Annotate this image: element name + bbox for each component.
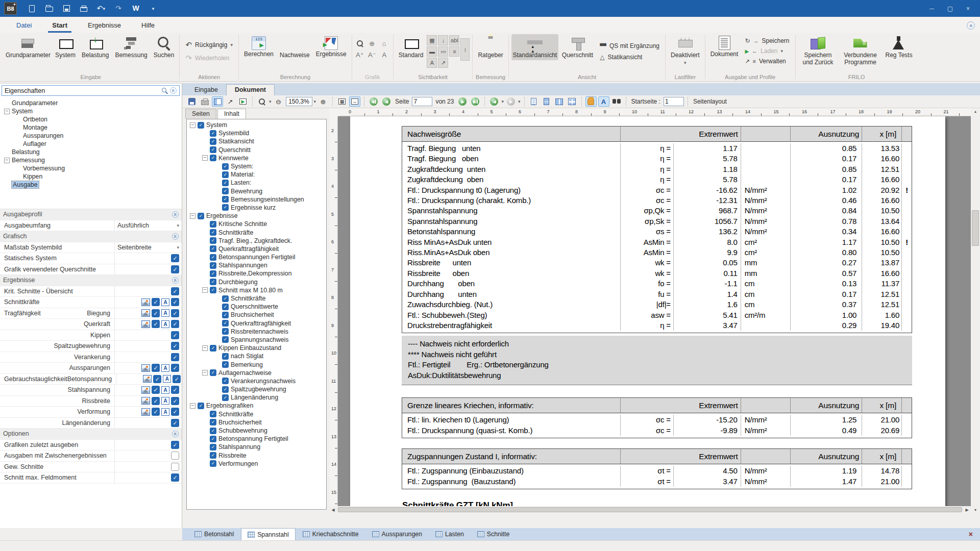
search-icon[interactable]	[162, 88, 168, 94]
two-page-layout-button[interactable]	[554, 96, 565, 107]
toggle-loads-icon[interactable]: ↓	[438, 35, 448, 45]
start-page-input[interactable]	[664, 97, 684, 106]
tree-expander-icon[interactable]: −	[190, 213, 195, 219]
checkbox[interactable]: ✓	[171, 441, 179, 449]
checkbox[interactable]: ✓	[171, 309, 179, 317]
fit-width-button[interactable]: ↔	[349, 96, 360, 107]
grundparameter-button[interactable]: Grundparameter	[5, 34, 52, 60]
content-tree-item[interactable]: ✓Rissbreite	[187, 452, 326, 460]
undo-button[interactable]: ↶▾	[95, 4, 107, 14]
berechnen-button[interactable]: Berechnen	[241, 34, 276, 59]
maximize-button[interactable]: ▢	[947, 5, 953, 12]
tree-checkbox[interactable]: ✓	[222, 204, 229, 211]
dropdown-value[interactable]: Seitenbreite	[117, 244, 152, 251]
tree-expander-icon[interactable]: −	[4, 158, 10, 163]
content-tree-item[interactable]: ✓Schnittkräfte	[187, 294, 326, 303]
checkbox[interactable]: ✓	[171, 397, 179, 405]
checkbox[interactable]	[171, 463, 179, 471]
checkbox[interactable]: ✓	[171, 331, 179, 339]
print-button[interactable]	[78, 4, 89, 14]
minimize-button[interactable]: ─	[929, 5, 934, 12]
lastfilter-deaktiviert-button[interactable]: Deaktiviert▾	[668, 34, 702, 66]
home-view-icon[interactable]: ⌂	[379, 38, 389, 48]
tree-expander-icon[interactable]: −	[202, 370, 208, 375]
checkbox[interactable]: ✓	[152, 408, 160, 416]
content-tree-item[interactable]: ✓Bemessungseinstellungen	[187, 195, 326, 204]
section-header[interactable]: Ausgabeprofil«	[0, 209, 182, 220]
graphic-output-icon[interactable]	[143, 375, 152, 383]
font-reset-icon[interactable]: A	[379, 49, 389, 60]
tree-checkbox[interactable]: ✓	[210, 369, 216, 376]
toggle-text-icon[interactable]: ≡	[449, 46, 459, 57]
fit-page-button[interactable]: ▦	[336, 96, 348, 107]
tree-checkbox[interactable]: ✓	[210, 245, 216, 252]
content-tree-item[interactable]: ✓Schubbewehrung	[187, 427, 326, 435]
dimension-chain-icon[interactable]: ↕	[460, 38, 470, 61]
tab-eingabe[interactable]: Eingabe	[186, 85, 226, 95]
close-tabstrip-icon[interactable]: ×	[969, 530, 973, 538]
section-header[interactable]: Ergebnisse«	[0, 275, 182, 286]
bottom-tab-schnitte[interactable]: Schnitte	[471, 528, 516, 540]
chevron-down-icon[interactable]: ▾	[518, 99, 521, 104]
dokument-button[interactable]: Dokument	[708, 34, 741, 59]
tree-checkbox[interactable]: ✓	[210, 460, 216, 467]
next-page-button[interactable]: ▶	[457, 96, 468, 107]
bottom-tab-kriechabschnitte[interactable]: Kriechabschnitte	[297, 528, 365, 540]
content-tree-item[interactable]: −✓Kennwerte	[187, 154, 326, 162]
tree-checkbox[interactable]: ✓	[210, 287, 216, 293]
tree-expander-icon[interactable]: −	[190, 403, 195, 409]
tree-checkbox[interactable]: ✓	[210, 221, 216, 228]
toggle-labels-icon[interactable]: abl	[449, 35, 459, 45]
tree-checkbox[interactable]: ✓	[222, 295, 229, 302]
nachweise-button[interactable]: Nachweise	[277, 34, 312, 60]
checkbox[interactable]: ✓	[171, 287, 179, 295]
wiederholen-button[interactable]: ↷Wiederholen	[182, 53, 235, 64]
tree-expander-icon[interactable]: −	[190, 122, 195, 128]
tree-expander-icon[interactable]: −	[202, 287, 208, 293]
content-tree-item[interactable]: ✓Schnittkräfte	[187, 410, 326, 418]
open-file-button[interactable]	[43, 4, 55, 14]
scroll-up-icon[interactable]: ▴	[971, 109, 980, 114]
content-tree-item[interactable]: ✓Tragf. Bieg., Zugkraftdeck.	[187, 237, 326, 245]
content-tree-item[interactable]: ✓Rissbreitennachweis	[187, 328, 326, 336]
text-output-icon[interactable]: A	[161, 397, 169, 405]
content-tree-item[interactable]: ✓System:	[187, 162, 326, 170]
content-tree-item[interactable]: ✓Durchbiegung	[187, 278, 326, 286]
content-tree-item[interactable]: ✓Längenänderung	[187, 393, 326, 402]
content-tree-item[interactable]: ✓Bruchsicherheit	[187, 418, 326, 427]
collapse-panel-button[interactable]: «	[170, 87, 177, 94]
font-decrease-icon[interactable]: A⁻	[367, 49, 377, 60]
page-number-input[interactable]	[412, 97, 432, 106]
redo-button[interactable]: ↷	[113, 4, 124, 14]
chevron-down-icon[interactable]: ▾	[177, 245, 179, 250]
export-view-button[interactable]: ▶	[237, 96, 249, 107]
scroll-left-icon[interactable]: ◀	[329, 508, 337, 512]
checkbox[interactable]: ✓	[171, 386, 179, 394]
profil-verwalten-button[interactable]: ↗≡Verwalten	[742, 57, 792, 66]
tree-checkbox[interactable]: ✓	[222, 394, 229, 401]
four-page-layout-button[interactable]	[567, 96, 578, 107]
checkbox[interactable]: ✓	[171, 473, 179, 482]
content-tree-item[interactable]: ✓Verankerungsnachweis	[187, 377, 326, 385]
tree-expander-icon[interactable]: −	[202, 155, 208, 161]
checkbox[interactable]: ✓	[171, 342, 179, 350]
checkbox[interactable]	[171, 452, 179, 460]
sidebar-tree-item[interactable]: −System	[0, 107, 182, 115]
sidebar-tree-item[interactable]: Ausgabe	[0, 181, 182, 189]
qs-mit-ergaenzung-button[interactable]: ▀▀QS mit Ergänzung	[597, 41, 663, 51]
graphic-output-icon[interactable]	[141, 309, 150, 317]
tab-dokument[interactable]: Dokument	[226, 84, 275, 95]
content-tree-item[interactable]: ✓Querschnitt	[187, 146, 326, 154]
content-tree-item[interactable]: ✓Stahlspannungen	[187, 261, 326, 269]
sidebar-tree-item[interactable]: Kippen	[0, 172, 182, 181]
tree-checkbox[interactable]: ✓	[210, 419, 216, 425]
tree-checkbox[interactable]: ✓	[210, 279, 216, 285]
content-tree-item[interactable]: −✓System	[187, 121, 326, 129]
tree-checkbox[interactable]: ✓	[222, 312, 229, 318]
bottom-tab-aussparungen[interactable]: Aussparungen	[366, 528, 428, 540]
bemessung-button[interactable]: Bemessung	[112, 34, 150, 60]
ergebnisse-button[interactable]: ▶Ergebnisse	[313, 34, 349, 59]
hand-tool-button[interactable]	[585, 96, 597, 107]
text-output-icon[interactable]: A	[161, 408, 169, 416]
tree-checkbox[interactable]: ✓	[210, 436, 216, 442]
